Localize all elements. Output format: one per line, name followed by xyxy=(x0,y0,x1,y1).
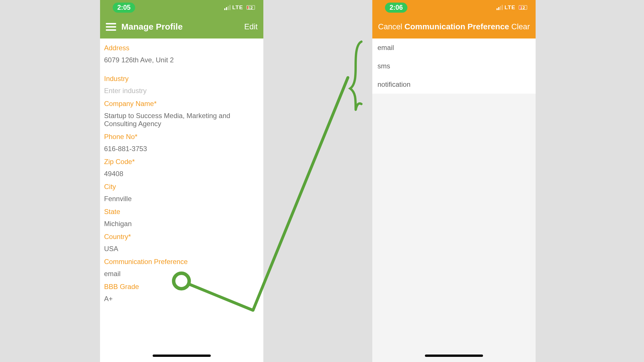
field-value: A+ xyxy=(104,295,259,303)
field-value: Michigan xyxy=(104,220,259,228)
field-zip[interactable]: Zip Code* 49408 xyxy=(100,155,263,180)
status-bar: 2:06 LTE 12 xyxy=(372,0,536,15)
option-sms[interactable]: sms xyxy=(372,57,536,75)
home-indicator[interactable] xyxy=(425,355,483,357)
field-label: Zip Code* xyxy=(104,158,259,166)
status-time-pill: 2:06 xyxy=(385,3,407,13)
navbar: Manage Profile Edit xyxy=(100,15,263,38)
field-value: 6079 126th Ave, Unit 2 xyxy=(104,56,259,64)
battery-icon: 12 xyxy=(245,5,253,10)
options-empty-area xyxy=(372,94,536,362)
battery-icon: 12 xyxy=(517,5,525,10)
field-value: USA xyxy=(104,245,259,253)
field-phone[interactable]: Phone No* 616-881-3753 xyxy=(100,130,263,155)
field-value: 616-881-3753 xyxy=(104,145,259,153)
field-label: Communication Preference xyxy=(104,258,259,266)
menu-icon[interactable] xyxy=(106,23,116,31)
profile-fields: Address 6079 126th Ave, Unit 2 Industry … xyxy=(100,38,263,305)
network-label: LTE xyxy=(232,4,243,11)
field-label: State xyxy=(104,208,259,216)
field-label: Company Name* xyxy=(104,100,259,108)
signal-icon xyxy=(224,5,231,10)
phone-screenshot-profile: 2:05 LTE 12 Manage Profile Edit Address … xyxy=(100,0,263,362)
network-label: LTE xyxy=(505,4,515,11)
field-bbb[interactable]: BBB Grade A+ xyxy=(100,280,263,305)
field-country[interactable]: Country* USA xyxy=(100,230,263,255)
field-industry[interactable]: Industry Enter industry xyxy=(100,72,263,97)
field-label: BBB Grade xyxy=(104,283,259,291)
home-indicator[interactable] xyxy=(153,355,211,357)
page-title: Communication Preference xyxy=(405,22,509,31)
edit-button[interactable]: Edit xyxy=(244,22,258,31)
field-label: City xyxy=(104,183,259,191)
options-list: email sms notification xyxy=(372,38,536,362)
option-email[interactable]: email xyxy=(372,38,536,57)
field-value: Startup to Success Media, Marketing and … xyxy=(104,112,259,128)
status-icons: LTE 12 xyxy=(224,4,253,11)
field-value: email xyxy=(104,270,259,278)
clear-button[interactable]: Clear xyxy=(511,22,530,31)
field-placeholder: Enter industry xyxy=(104,87,259,95)
field-label: Country* xyxy=(104,233,259,241)
status-bar: 2:05 LTE 12 xyxy=(100,0,263,15)
status-icons: LTE 12 xyxy=(497,4,525,11)
field-value: Fennville xyxy=(104,195,259,203)
field-commpref[interactable]: Communication Preference email xyxy=(100,255,263,280)
status-time-pill: 2:05 xyxy=(113,3,135,13)
navbar: Cancel Communication Preference Clear xyxy=(372,15,536,38)
phone-screenshot-commpref: 2:06 LTE 12 Cancel Communication Prefere… xyxy=(372,0,536,362)
option-notification[interactable]: notification xyxy=(372,75,536,94)
signal-icon xyxy=(497,5,503,10)
field-label: Phone No* xyxy=(104,133,259,141)
page-title: Manage Profile xyxy=(121,22,244,32)
field-state[interactable]: State Michigan xyxy=(100,205,263,230)
field-label: Industry xyxy=(104,75,259,83)
field-city[interactable]: City Fennville xyxy=(100,180,263,205)
cancel-button[interactable]: Cancel xyxy=(378,22,402,31)
field-value: 49408 xyxy=(104,170,259,178)
annotation-overlay xyxy=(0,0,644,362)
field-company[interactable]: Company Name* Startup to Success Media, … xyxy=(100,97,263,130)
field-label: Address xyxy=(104,44,259,52)
field-address[interactable]: Address 6079 126th Ave, Unit 2 xyxy=(100,41,263,66)
annotation-brace-icon xyxy=(350,42,361,110)
